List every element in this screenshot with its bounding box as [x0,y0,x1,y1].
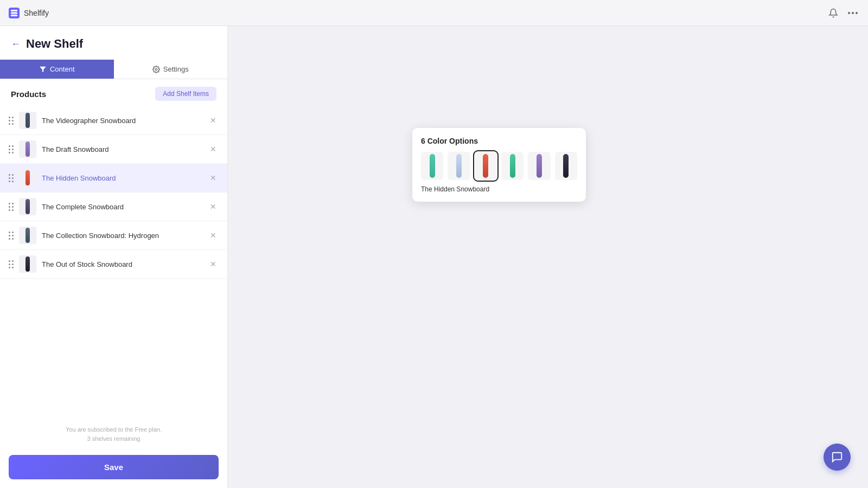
remove-button[interactable]: ✕ [208,230,219,240]
color-options-popup: 6 Color Options [412,128,586,202]
product-thumbnail [19,112,36,129]
product-name: The Complete Snowboard [42,203,202,211]
svg-point-3 [848,12,850,14]
product-name: The Hidden Snowboard [42,174,202,182]
svg-rect-1 [11,12,17,14]
products-section-label: Products [11,89,46,99]
color-option-5[interactable] [528,152,550,180]
topbar: Shelfify [0,0,868,26]
topbar-right [827,7,859,20]
color-options-title: 6 Color Options [421,137,577,145]
gear-icon [152,66,160,73]
subscription-line1: You are subscribed to the Free plan. [7,425,221,435]
color-option-1[interactable] [421,152,443,180]
tab-content[interactable]: Content [0,60,114,79]
panel-header: ← New Shelf [0,26,227,51]
svg-rect-2 [11,15,17,16]
topbar-left: Shelfify [9,8,49,18]
panel-title: New Shelf [26,37,83,51]
list-item: The Complete Snowboard ✕ [0,192,227,221]
remove-button[interactable]: ✕ [208,202,219,211]
svg-point-4 [852,12,854,14]
svg-point-7 [155,68,157,70]
remove-button[interactable]: ✕ [208,173,219,183]
app-logo [9,8,20,18]
product-name: The Out of Stock Snowboard [42,260,202,268]
popup-product-name: The Hidden Snowboard [421,185,577,193]
tabs-container: Content Settings [0,60,227,79]
product-list: The Videographer Snowboard ✕ The Draft S… [0,106,227,419]
list-item: The Out of Stock Snowboard ✕ [0,250,227,279]
color-option-4[interactable] [501,152,524,180]
bell-icon[interactable] [827,7,840,20]
list-item: The Collection Snowboard: Hydrogen ✕ [0,221,227,250]
app-name: Shelfify [24,9,49,17]
drag-handle[interactable] [9,117,14,125]
save-button[interactable]: Save [9,455,219,479]
drag-handle[interactable] [9,260,14,268]
product-name: The Draft Snowboard [42,145,202,153]
subscription-info: You are subscribed to the Free plan. 3 s… [0,419,227,451]
list-item: The Draft Snowboard ✕ [0,135,227,164]
color-options-list [421,152,577,180]
list-item: The Hidden Snowboard ✕ [0,164,227,192]
content-area: 6 Color Options [228,26,868,488]
color-option-6[interactable] [555,152,577,180]
drag-handle[interactable] [9,174,14,182]
remove-button[interactable]: ✕ [208,115,219,125]
product-thumbnail [19,169,36,187]
drag-handle[interactable] [9,145,14,153]
subscription-line2: 3 shelves remaining [7,434,221,444]
chat-button[interactable] [824,444,851,471]
tab-settings[interactable]: Settings [114,60,228,79]
drag-handle[interactable] [9,203,14,211]
svg-marker-6 [40,66,46,72]
more-icon[interactable] [846,7,859,20]
product-thumbnail [19,198,36,215]
remove-button[interactable]: ✕ [208,144,219,154]
remove-button[interactable]: ✕ [208,259,219,269]
products-header: Products Add Shelf Items [0,79,227,106]
main-area: ← New Shelf Content Settings Products [0,26,868,488]
add-shelf-items-button[interactable]: Add Shelf Items [155,87,216,101]
sidebar-panel: ← New Shelf Content Settings Products [0,26,228,488]
drag-handle[interactable] [9,232,14,240]
product-thumbnail [19,255,36,273]
svg-point-5 [856,12,858,14]
tab-settings-label: Settings [163,65,189,73]
list-item: The Videographer Snowboard ✕ [0,106,227,135]
back-button[interactable]: ← [11,38,21,50]
color-option-2[interactable] [448,152,470,180]
product-thumbnail [19,140,36,158]
product-name: The Videographer Snowboard [42,117,202,125]
chat-icon [831,451,843,463]
tab-content-label: Content [50,65,75,73]
filter-icon [39,66,47,73]
product-thumbnail [19,227,36,244]
product-name: The Collection Snowboard: Hydrogen [42,232,202,240]
color-option-3[interactable] [475,152,497,180]
svg-rect-0 [11,10,17,11]
